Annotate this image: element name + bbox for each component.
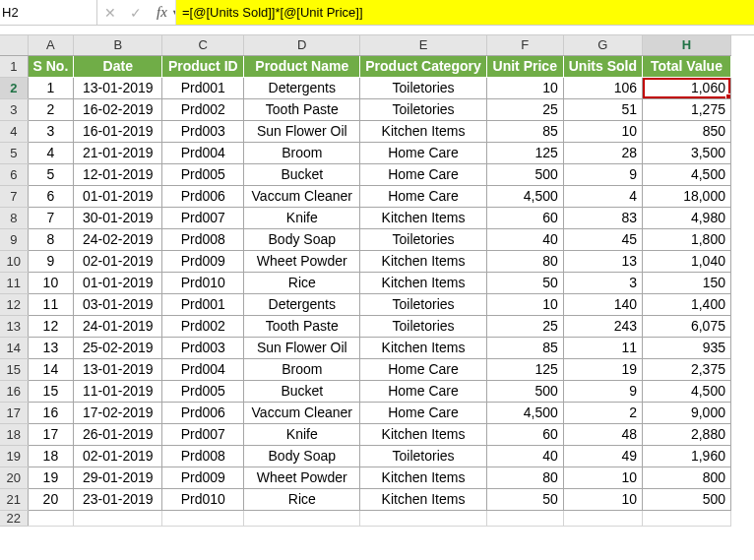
cell-C8[interactable]: Prd007 [162,207,244,228]
cell-G4[interactable]: 10 [563,120,642,142]
cell-F9[interactable]: 40 [486,228,563,250]
cell-E5[interactable]: Home Care [360,142,486,163]
cell-D3[interactable]: Tooth Paste [244,98,360,120]
cell-D8[interactable]: Knife [244,207,360,228]
cell-G11[interactable]: 3 [563,272,642,293]
cell-G19[interactable]: 49 [563,445,642,467]
cell-F10[interactable]: 80 [486,250,563,272]
cell-H6[interactable]: 4,500 [642,163,730,185]
cell-C2[interactable]: Prd001 [162,77,244,98]
row-header-9[interactable]: 9 [0,228,28,250]
cell-A19[interactable]: 18 [28,445,74,467]
cell-E13[interactable]: Toiletories [360,315,486,337]
cell-A5[interactable]: 4 [28,142,74,163]
cell-E18[interactable]: Kitchen Items [360,423,486,445]
cell-G7[interactable]: 4 [563,185,642,207]
row-header-8[interactable]: 8 [0,207,28,228]
cell-B4[interactable]: 16-01-2019 [74,120,162,142]
cell-H5[interactable]: 3,500 [642,142,730,163]
row-header-3[interactable]: 3 [0,98,28,120]
cell-A22[interactable] [28,510,74,526]
table-header-cell[interactable]: Unit Price [486,55,563,77]
cell-D22[interactable] [244,510,360,526]
cell-A9[interactable]: 8 [28,228,74,250]
fx-icon[interactable]: fx [149,0,176,25]
col-header-G[interactable]: G [563,35,642,55]
cell-A16[interactable]: 15 [28,380,74,402]
cell-A3[interactable]: 2 [28,98,74,120]
cell-C20[interactable]: Prd009 [162,467,244,488]
cell-C18[interactable]: Prd007 [162,423,244,445]
cell-C12[interactable]: Prd001 [162,293,244,315]
cell-H10[interactable]: 1,040 [642,250,730,272]
cell-F18[interactable]: 60 [486,423,563,445]
cell-E16[interactable]: Home Care [360,380,486,402]
cell-C15[interactable]: Prd004 [162,358,244,380]
cell-H11[interactable]: 150 [642,272,730,293]
table-header-cell[interactable]: Date [74,55,162,77]
row-header-16[interactable]: 16 [0,380,28,402]
row-header-21[interactable]: 21 [0,488,28,510]
cell-D2[interactable]: Detergents [244,77,360,98]
cell-F7[interactable]: 4,500 [486,185,563,207]
cell-H19[interactable]: 1,960 [642,445,730,467]
col-header-B[interactable]: B [74,35,162,55]
cell-D13[interactable]: Tooth Paste [244,315,360,337]
cell-E6[interactable]: Home Care [360,163,486,185]
cell-D7[interactable]: Vaccum Cleaner [244,185,360,207]
row-header-22[interactable]: 22 [0,510,28,526]
row-header-11[interactable]: 11 [0,272,28,293]
cell-F4[interactable]: 85 [486,120,563,142]
cell-D10[interactable]: Wheet Powder [244,250,360,272]
cell-E14[interactable]: Kitchen Items [360,337,486,358]
cell-D19[interactable]: Body Soap [244,445,360,467]
row-header-5[interactable]: 5 [0,142,28,163]
row-header-19[interactable]: 19 [0,445,28,467]
row-header-17[interactable]: 17 [0,402,28,423]
cell-C14[interactable]: Prd003 [162,337,244,358]
cell-G16[interactable]: 9 [563,380,642,402]
cell-E10[interactable]: Kitchen Items [360,250,486,272]
cell-A4[interactable]: 3 [28,120,74,142]
cell-E17[interactable]: Home Care [360,402,486,423]
cell-A17[interactable]: 16 [28,402,74,423]
row-header-10[interactable]: 10 [0,250,28,272]
cell-E15[interactable]: Home Care [360,358,486,380]
cell-H3[interactable]: 1,275 [642,98,730,120]
cell-G6[interactable]: 9 [563,163,642,185]
cell-F11[interactable]: 50 [486,272,563,293]
cell-C17[interactable]: Prd006 [162,402,244,423]
cell-D17[interactable]: Vaccum Cleaner [244,402,360,423]
cell-D18[interactable]: Knife [244,423,360,445]
cell-A21[interactable]: 20 [28,488,74,510]
cell-E4[interactable]: Kitchen Items [360,120,486,142]
cell-D5[interactable]: Broom [244,142,360,163]
cell-D15[interactable]: Broom [244,358,360,380]
cell-E2[interactable]: Toiletories [360,77,486,98]
col-header-D[interactable]: D [244,35,360,55]
cell-B13[interactable]: 24-01-2019 [74,315,162,337]
cell-C6[interactable]: Prd005 [162,163,244,185]
cell-C3[interactable]: Prd002 [162,98,244,120]
cell-F20[interactable]: 80 [486,467,563,488]
cell-G21[interactable]: 10 [563,488,642,510]
cell-G18[interactable]: 48 [563,423,642,445]
cell-H2[interactable]: 1,060 [642,77,730,98]
cell-A15[interactable]: 14 [28,358,74,380]
cell-A8[interactable]: 7 [28,207,74,228]
cell-C19[interactable]: Prd008 [162,445,244,467]
cell-H4[interactable]: 850 [642,120,730,142]
col-header-E[interactable]: E [360,35,486,55]
cell-C5[interactable]: Prd004 [162,142,244,163]
cell-E9[interactable]: Toiletories [360,228,486,250]
cell-B3[interactable]: 16-02-2019 [74,98,162,120]
row-header-13[interactable]: 13 [0,315,28,337]
cell-C7[interactable]: Prd006 [162,185,244,207]
table-header-cell[interactable]: Product Name [244,55,360,77]
cell-G20[interactable]: 10 [563,467,642,488]
cell-G14[interactable]: 11 [563,337,642,358]
cell-C13[interactable]: Prd002 [162,315,244,337]
cell-B15[interactable]: 13-01-2019 [74,358,162,380]
cell-F12[interactable]: 10 [486,293,563,315]
cell-B14[interactable]: 25-02-2019 [74,337,162,358]
